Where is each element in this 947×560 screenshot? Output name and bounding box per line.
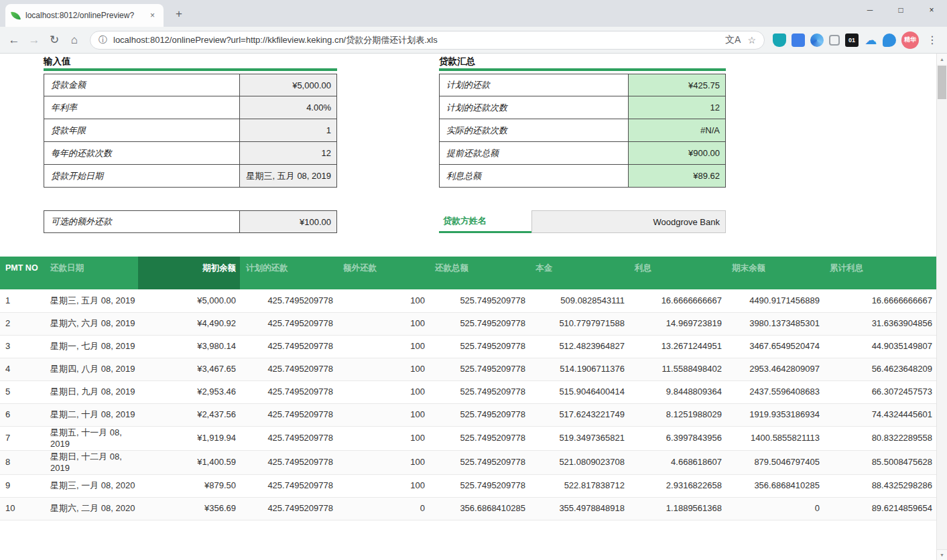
schedule-row: 4星期四, 八月 08, 2019¥3,467.65425.7495209778…: [0, 358, 936, 380]
schedule-row: 7星期五, 十一月 08, 2019¥1,919.94425.749520977…: [0, 426, 936, 450]
page-info-icon[interactable]: ⓘ: [99, 34, 107, 46]
panel-row-value: ¥5,000.00: [240, 74, 337, 96]
profile-avatar[interactable]: 精华: [901, 31, 919, 49]
translate-icon[interactable]: 文A: [725, 34, 741, 46]
schedule-cell: 14.969723819: [629, 312, 726, 335]
active-tab[interactable]: localhost:8012/onlinePreview? ×: [5, 4, 164, 27]
reload-button[interactable]: ↻: [44, 30, 64, 50]
schedule-cell: 11.5588498402: [629, 358, 726, 380]
window-close-button[interactable]: ×: [916, 0, 947, 20]
schedule-cell: 4.668618607: [629, 450, 726, 474]
schedule-cell: 3: [0, 335, 44, 358]
home-button[interactable]: ⌂: [64, 30, 84, 50]
schedule-cell: 3980.1373485301: [726, 312, 824, 335]
schedule-cell: 525.7495209778: [429, 403, 529, 426]
schedule-cell: 85.5008475628: [824, 450, 936, 474]
schedule-cell: 8.1251988029: [629, 403, 726, 426]
browser-toolbar: ← → ↻ ⌂ ⓘ localhost:8012/onlinePreview?u…: [0, 27, 947, 54]
schedule-cell: 3467.6549520474: [726, 335, 824, 358]
window-maximize-button[interactable]: □: [885, 0, 916, 20]
bird-extension-icon[interactable]: [883, 33, 896, 47]
gray-extension-icon[interactable]: [829, 35, 840, 46]
schedule-cell: 525.7495209778: [429, 426, 529, 450]
schedule-cell: 521.0809023708: [529, 450, 629, 474]
panel-row: 年利率4.00%: [44, 96, 337, 119]
schedule-cell: 0: [337, 497, 429, 520]
panel-row-label: 贷款金额: [44, 74, 240, 96]
schedule-cell: 44.9035149807: [824, 335, 936, 358]
url-text[interactable]: localhost:8012/onlinePreview?url=http://…: [113, 34, 719, 46]
schedule-cell: 星期六, 六月 08, 2019: [44, 312, 138, 335]
panel-row-label: 每年的还款次数: [44, 142, 240, 164]
scroll-up-icon[interactable]: ▲: [937, 54, 947, 64]
panel-row-label: 实际的还款次数: [439, 119, 629, 141]
schedule-cell: 355.4978848918: [529, 497, 629, 520]
schedule-cell: 星期五, 十一月 08, 2019: [44, 426, 138, 450]
circle-extension-icon[interactable]: [810, 33, 824, 47]
schedule-cell: 16.6666666667: [629, 289, 726, 312]
schedule-column-header: 期末余额: [726, 257, 824, 289]
schedule-cell: 425.7495209778: [240, 426, 337, 450]
amortization-schedule-table: PMT NO还款日期期初余额计划的还款额外还款还款总额本金利息期末余额累计利息 …: [0, 257, 936, 520]
schedule-cell: ¥3,467.65: [138, 358, 240, 380]
panel-row-value: 星期三, 五月 08, 2019: [240, 165, 337, 187]
schedule-cell: 100: [337, 426, 429, 450]
extension-cluster: 01 ☁ 精华 ⋮: [770, 31, 943, 50]
scrollbar-thumb[interactable]: [938, 66, 946, 99]
panel-row: 贷款金额¥5,000.00: [44, 74, 337, 96]
schedule-cell: 16.6666666667: [824, 289, 936, 312]
schedule-cell: 13.2671244951: [629, 335, 726, 358]
schedule-cell: 100: [337, 380, 429, 403]
schedule-cell: 80.8322289558: [824, 426, 936, 450]
vertical-scrollbar[interactable]: ▲ ▼: [936, 54, 947, 560]
schedule-column-header: 还款总额: [429, 257, 529, 289]
schedule-cell: 525.7495209778: [429, 450, 529, 474]
schedule-cell: 1.1889561368: [629, 497, 726, 520]
cloud-extension-icon[interactable]: ☁: [864, 33, 877, 47]
schedule-cell: 89.6214859654: [824, 497, 936, 520]
loan-summary-table: 计划的还款¥425.75计划的还款次数12实际的还款次数#N/A提前还款总额¥9…: [439, 74, 726, 188]
schedule-column-header: 利息: [629, 257, 726, 289]
schedule-cell: 2: [0, 312, 44, 335]
schedule-cell: ¥3,980.14: [138, 335, 240, 358]
tab-strip: localhost:8012/onlinePreview? × + ─ □ ×: [0, 0, 947, 27]
panel-row: 计划的还款¥425.75: [439, 74, 726, 96]
schedule-cell: 星期二, 十月 08, 2019: [44, 403, 138, 426]
tab-close-icon[interactable]: ×: [147, 9, 157, 21]
blue-extension-icon[interactable]: [792, 33, 805, 47]
schedule-column-header: 还款日期: [44, 257, 138, 289]
new-tab-button[interactable]: +: [170, 5, 188, 23]
lender-name-label: 贷款方姓名: [439, 210, 531, 233]
browser-menu-icon[interactable]: ⋮: [924, 31, 940, 50]
schedule-cell: 425.7495209778: [240, 474, 337, 497]
schedule-cell: 星期日, 九月 08, 2019: [44, 380, 138, 403]
schedule-cell: ¥879.50: [138, 474, 240, 497]
badge-01-extension-icon[interactable]: 01: [845, 33, 859, 47]
schedule-column-header: PMT NO: [0, 257, 44, 289]
schedule-cell: 512.4823964827: [529, 335, 629, 358]
panel-row: 实际的还款次数#N/A: [439, 119, 726, 142]
shield-extension-icon[interactable]: [773, 33, 786, 47]
schedule-row: 1星期三, 五月 08, 2019¥5,000.00425.7495209778…: [0, 289, 936, 312]
lender-row: 贷款方姓名 Woodgrove Bank: [439, 210, 726, 233]
schedule-cell: 509.0828543111: [529, 289, 629, 312]
panel-row-label: 贷款开始日期: [44, 165, 240, 187]
schedule-cell: 0: [726, 497, 824, 520]
tab-title: localhost:8012/onlinePreview?: [25, 11, 142, 20]
window-minimize-button[interactable]: ─: [855, 0, 885, 20]
address-bar[interactable]: ⓘ localhost:8012/onlinePreview?url=http:…: [90, 31, 765, 50]
schedule-column-header: 计划的还款: [240, 257, 337, 289]
schedule-cell: 515.9046400414: [529, 380, 629, 403]
schedule-cell: ¥4,490.92: [138, 312, 240, 335]
schedule-cell: 525.7495209778: [429, 358, 529, 380]
schedule-cell: 425.7495209778: [240, 358, 337, 380]
schedule-cell: 星期日, 十二月 08, 2019: [44, 450, 138, 474]
forward-button[interactable]: →: [24, 30, 44, 50]
schedule-cell: 星期四, 八月 08, 2019: [44, 358, 138, 380]
sheet-preview: 输入值 贷款金额¥5,000.00年利率4.00%贷款年限1每年的还款次数12贷…: [0, 54, 947, 560]
scroll-down-icon[interactable]: ▼: [937, 549, 947, 560]
back-button[interactable]: ←: [4, 30, 24, 50]
bookmark-star-icon[interactable]: ☆: [747, 35, 756, 46]
schedule-cell: 517.6243221749: [529, 403, 629, 426]
panel-row: 贷款开始日期星期三, 五月 08, 2019: [44, 165, 337, 188]
